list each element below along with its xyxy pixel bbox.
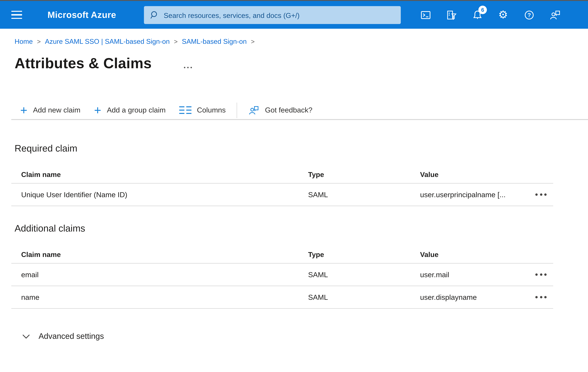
table-header-row: Claim name Type Value <box>11 166 553 183</box>
table-header-row: Claim name Type Value <box>11 246 553 264</box>
brand-link[interactable]: Microsoft Azure <box>48 1 116 29</box>
columns-label: Columns <box>197 106 226 114</box>
advanced-settings-toggle[interactable]: Advanced settings <box>22 332 104 341</box>
row-menu-button[interactable] <box>535 193 553 196</box>
feedback-button[interactable] <box>542 1 568 29</box>
command-bar: + Add new claim + Add a group claim Colu… <box>20 101 326 119</box>
feedback-person-icon <box>549 9 560 21</box>
window-top-strip <box>0 0 588 1</box>
help-icon: ? <box>523 9 535 21</box>
cell-claim-name: name <box>21 293 308 301</box>
hamburger-icon <box>11 11 22 19</box>
toolbar-divider <box>236 102 237 118</box>
title-context-menu-button[interactable] <box>183 66 193 69</box>
header-icons: 6 ⚙ ? <box>412 1 568 29</box>
add-new-claim-button[interactable]: + Add new claim <box>20 106 80 114</box>
ellipsis-icon <box>535 273 538 276</box>
chevron-right-icon: > <box>33 38 45 45</box>
cell-value: user.userprincipalname [... <box>420 190 535 199</box>
breadcrumb-link-home[interactable]: Home <box>15 38 33 45</box>
table-row[interactable]: email SAML user.mail <box>11 264 553 286</box>
chevron-right-icon: > <box>170 38 182 45</box>
cell-claim-name: Unique User Identifier (Name ID) <box>21 190 308 199</box>
cell-type: SAML <box>308 293 420 301</box>
directory-filter-button[interactable] <box>438 1 464 29</box>
cell-type: SAML <box>308 270 420 279</box>
column-header-claim-name: Claim name <box>21 170 308 178</box>
gear-icon: ⚙ <box>498 10 508 20</box>
cloud-shell-icon <box>420 9 431 21</box>
cell-value: user.displayname <box>420 293 535 301</box>
top-bar: Microsoft Azure <box>0 1 588 29</box>
plus-icon: + <box>20 106 27 114</box>
add-group-claim-label: Add a group claim <box>107 106 166 114</box>
add-group-claim-button[interactable]: + Add a group claim <box>94 106 166 114</box>
columns-icon <box>179 106 191 114</box>
filter-icon <box>446 9 457 21</box>
got-feedback-label: Got feedback? <box>265 106 312 114</box>
additional-claims-heading: Additional claims <box>15 223 85 234</box>
row-menu-button[interactable] <box>535 273 553 276</box>
advanced-settings-label: Advanced settings <box>39 332 104 341</box>
help-button[interactable]: ? <box>516 1 542 29</box>
plus-icon: + <box>94 106 101 114</box>
cell-value: user.mail <box>420 270 535 279</box>
table-row[interactable]: name SAML user.displayname <box>11 286 553 309</box>
notification-badge: 6 <box>478 6 487 14</box>
column-header-type: Type <box>308 170 420 178</box>
breadcrumb-link-sso[interactable]: SAML-based Sign-on <box>182 38 247 45</box>
settings-button[interactable]: ⚙ <box>490 1 516 29</box>
search-input[interactable] <box>163 11 395 20</box>
breadcrumb: Home > Azure SAML SSO | SAML-based Sign-… <box>15 38 259 45</box>
additional-claims-table: Claim name Type Value email SAML user.ma… <box>11 246 553 309</box>
ellipsis-icon <box>184 67 185 68</box>
azure-portal: Microsoft Azure <box>0 0 588 372</box>
feedback-person-icon <box>249 105 259 116</box>
search-box <box>144 6 401 24</box>
menu-button[interactable] <box>11 1 23 29</box>
table-row[interactable]: Unique User Identifier (Name ID) SAML us… <box>11 183 553 206</box>
required-claims-table: Claim name Type Value Unique User Identi… <box>11 166 553 206</box>
cloud-shell-button[interactable] <box>412 1 438 29</box>
notifications-button[interactable]: 6 <box>464 1 490 29</box>
add-new-claim-label: Add new claim <box>33 106 80 114</box>
row-menu-button[interactable] <box>535 296 553 298</box>
cell-type: SAML <box>308 190 420 199</box>
got-feedback-button[interactable]: Got feedback? <box>249 105 312 116</box>
column-header-claim-name: Claim name <box>21 250 308 258</box>
cell-claim-name: email <box>21 270 308 279</box>
chevron-down-icon <box>22 334 30 339</box>
toolbar-bottom-divider <box>11 119 588 120</box>
chevron-right-icon: > <box>247 38 259 45</box>
ellipsis-icon <box>535 296 538 298</box>
svg-text:?: ? <box>527 12 531 18</box>
ellipsis-icon <box>535 193 538 196</box>
search-icon <box>150 11 158 19</box>
column-header-value: Value <box>420 250 553 258</box>
required-claim-heading: Required claim <box>15 143 77 154</box>
columns-button[interactable]: Columns <box>179 106 226 114</box>
page-title: Attributes & Claims <box>15 55 152 72</box>
column-header-value: Value <box>420 170 553 178</box>
breadcrumb-link-app[interactable]: Azure SAML SSO | SAML-based Sign-on <box>45 38 170 45</box>
column-header-type: Type <box>308 250 420 258</box>
